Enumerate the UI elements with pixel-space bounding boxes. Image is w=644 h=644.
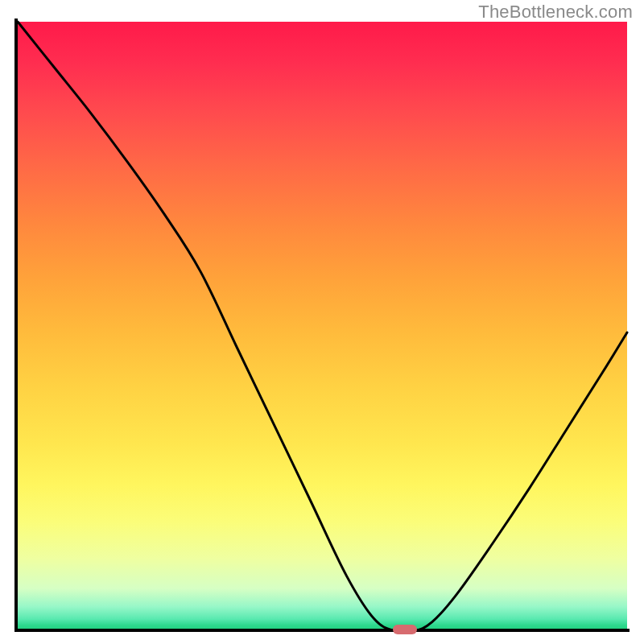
watermark-text: TheBottleneck.com bbox=[478, 2, 633, 23]
chart-container: TheBottleneck.com bbox=[0, 0, 644, 644]
y-axis bbox=[14, 19, 18, 632]
optimum-marker bbox=[393, 625, 417, 634]
plot-background-gradient bbox=[18, 22, 627, 631]
x-axis bbox=[14, 629, 630, 632]
